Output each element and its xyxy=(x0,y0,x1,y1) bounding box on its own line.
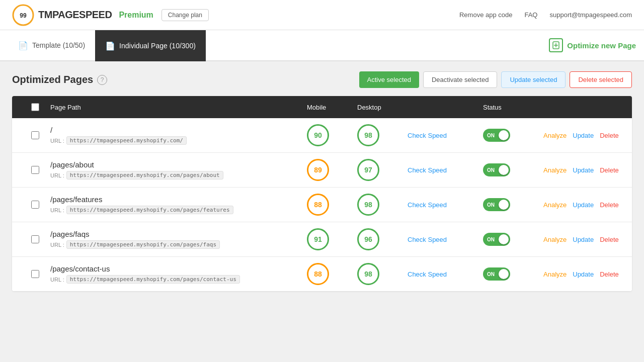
row-actions: Analyze Update Delete xyxy=(543,236,624,243)
delete-button[interactable]: Delete xyxy=(600,201,619,209)
row-checkbox-cell[interactable] xyxy=(20,166,50,174)
toggle-label: ON xyxy=(487,272,495,277)
delete-button[interactable]: Delete xyxy=(600,132,619,139)
desktop-score-cell: 96 xyxy=(357,228,408,250)
delete-button[interactable]: Delete xyxy=(600,270,619,278)
page-path: /pages/about xyxy=(50,160,307,169)
change-plan-button[interactable]: Change plan xyxy=(162,9,209,21)
analyze-button[interactable]: Analyze xyxy=(543,236,567,243)
mobile-header: Mobile xyxy=(307,104,357,111)
support-link[interactable]: support@tmpagespeed.com xyxy=(549,11,632,19)
status-cell: ON xyxy=(483,198,543,211)
pages-table: Page Path Mobile Desktop Status / URL : … xyxy=(12,96,632,291)
toggle-label: ON xyxy=(487,202,495,208)
page-path: / xyxy=(50,126,307,134)
update-button[interactable]: Update xyxy=(573,201,594,209)
check-speed-cell[interactable]: Check Speed xyxy=(408,166,483,174)
desktop-score-circle: 97 xyxy=(357,159,379,181)
tab-individual-page[interactable]: 📄 Individual Page (10/300) xyxy=(95,30,206,61)
update-button[interactable]: Update xyxy=(573,132,594,139)
desktop-score-cell: 98 xyxy=(357,194,408,216)
analyze-button[interactable]: Analyze xyxy=(543,166,567,174)
status-toggle[interactable]: ON xyxy=(483,267,510,281)
template-tab-icon: 📄 xyxy=(18,41,28,50)
toggle-knob xyxy=(499,234,509,244)
update-button[interactable]: Update xyxy=(573,236,594,243)
check-speed-link[interactable]: Check Speed xyxy=(408,201,447,209)
url-badge: https://tmpagespeed.myshopify.com/pages/… xyxy=(66,206,233,214)
page-path-cell: /pages/about URL : https://tmpagespeed.m… xyxy=(50,160,307,179)
deactivate-selected-button[interactable]: Deactivate selected xyxy=(423,71,497,88)
row-checkbox[interactable] xyxy=(31,131,39,139)
row-checkbox[interactable] xyxy=(31,235,39,243)
row-checkbox[interactable] xyxy=(31,270,39,278)
url-badge: https://tmpagespeed.myshopify.com/pages/… xyxy=(66,240,220,249)
analyze-button[interactable]: Analyze xyxy=(543,201,567,209)
row-actions: Analyze Update Delete xyxy=(543,201,624,209)
status-toggle[interactable]: ON xyxy=(483,163,510,176)
check-speed-cell[interactable]: Check Speed xyxy=(408,131,483,139)
check-speed-cell[interactable]: Check Speed xyxy=(408,235,483,243)
individual-page-tab-label: Individual Page (10/300) xyxy=(119,42,196,50)
individual-page-tab-icon: 📄 xyxy=(105,41,115,51)
mobile-score-circle: 90 xyxy=(307,124,329,146)
update-button[interactable]: Update xyxy=(573,166,594,174)
optimize-new-label: Optimize new Page xyxy=(567,41,636,50)
premium-badge: Premium xyxy=(119,11,153,20)
row-checkbox[interactable] xyxy=(31,166,39,174)
status-toggle[interactable]: ON xyxy=(483,198,510,211)
check-speed-link[interactable]: Check Speed xyxy=(408,236,447,243)
action-buttons: Active selected Deactivate selected Upda… xyxy=(359,71,632,88)
update-selected-button[interactable]: Update selected xyxy=(501,71,566,88)
select-all-checkbox[interactable] xyxy=(31,103,39,111)
check-speed-link[interactable]: Check Speed xyxy=(408,166,447,174)
update-button[interactable]: Update xyxy=(573,270,594,278)
toggle-label: ON xyxy=(487,237,495,242)
mobile-score-cell: 89 xyxy=(307,159,357,181)
desktop-score-cell: 97 xyxy=(357,159,408,181)
toggle-knob xyxy=(499,165,509,175)
row-checkbox-cell[interactable] xyxy=(20,201,50,209)
row-checkbox[interactable] xyxy=(31,201,39,209)
status-cell: ON xyxy=(483,163,543,176)
mobile-score-circle: 89 xyxy=(307,159,329,181)
analyze-button[interactable]: Analyze xyxy=(543,132,567,139)
page-path-cell: /pages/faqs URL : https://tmpagespeed.my… xyxy=(50,230,307,249)
status-toggle[interactable]: ON xyxy=(483,129,510,142)
url-prefix: URL : xyxy=(50,242,64,248)
check-speed-cell[interactable]: Check Speed xyxy=(408,201,483,209)
delete-button[interactable]: Delete xyxy=(600,166,619,174)
table-header: Page Path Mobile Desktop Status xyxy=(12,96,632,118)
toggle-label: ON xyxy=(487,133,495,138)
delete-selected-button[interactable]: Delete selected xyxy=(570,71,632,88)
desktop-header: Desktop xyxy=(357,104,408,111)
active-selected-button[interactable]: Active selected xyxy=(359,71,419,88)
faq-link[interactable]: FAQ xyxy=(524,11,537,19)
row-checkbox-cell[interactable] xyxy=(20,235,50,243)
check-speed-cell[interactable]: Check Speed xyxy=(408,270,483,278)
url-label: URL : https://tmpagespeed.myshopify.com/… xyxy=(50,171,307,179)
row-checkbox-cell[interactable] xyxy=(20,270,50,278)
check-speed-link[interactable]: Check Speed xyxy=(408,132,447,139)
row-checkbox-cell[interactable] xyxy=(20,131,50,139)
url-label: URL : https://tmpagespeed.myshopify.com/… xyxy=(50,275,307,284)
analyze-button[interactable]: Analyze xyxy=(543,270,567,278)
page-path-cell: /pages/contact-us URL : https://tmpagesp… xyxy=(50,264,307,284)
status-toggle[interactable]: ON xyxy=(483,233,510,246)
check-speed-link[interactable]: Check Speed xyxy=(408,270,447,278)
toggle-label: ON xyxy=(487,167,495,173)
section-title: Optimized Pages xyxy=(12,74,93,85)
help-icon[interactable]: ? xyxy=(97,75,107,85)
url-prefix: URL : xyxy=(50,172,64,178)
select-all-checkbox-cell[interactable] xyxy=(20,103,50,111)
main-content: Optimized Pages ? Active selected Deacti… xyxy=(0,61,644,301)
mobile-score-cell: 88 xyxy=(307,194,357,216)
toggle-knob xyxy=(499,269,509,279)
desktop-score-circle: 98 xyxy=(357,194,379,216)
delete-button[interactable]: Delete xyxy=(600,236,619,243)
header-nav: Remove app code FAQ support@tmpagespeed.… xyxy=(459,11,632,19)
optimize-new-page-button[interactable]: Optimize new Page xyxy=(549,30,636,60)
page-path: /pages/faqs xyxy=(50,230,307,238)
remove-app-code-link[interactable]: Remove app code xyxy=(459,11,513,19)
tab-template[interactable]: 📄 Template (10/50) xyxy=(8,30,95,61)
